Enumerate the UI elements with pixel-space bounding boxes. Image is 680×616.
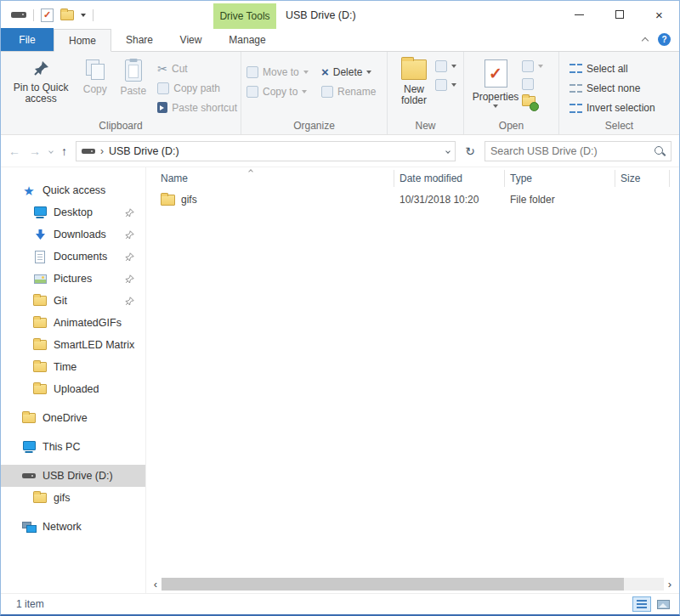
up-button[interactable]: ↑: [61, 145, 67, 157]
thumbnails-view-button[interactable]: [654, 596, 672, 612]
sidebar-item-time[interactable]: Time: [1, 356, 145, 378]
drive-icon: [22, 473, 36, 478]
sidebar-item-git[interactable]: Git: [1, 290, 145, 312]
back-button[interactable]: ←: [8, 145, 20, 157]
breadcrumb-path[interactable]: USB Drive (D:): [109, 145, 179, 157]
sidebar-item-uploaded[interactable]: Uploaded: [1, 378, 145, 400]
paste-icon: [125, 59, 142, 82]
minimize-icon: [575, 14, 584, 15]
folder-icon: [33, 340, 47, 350]
pushpin-icon: [31, 59, 50, 78]
scroll-right-arrow-icon[interactable]: ›: [664, 578, 676, 591]
sidebar-item-onedrive[interactable]: OneDrive: [1, 407, 145, 429]
search-input[interactable]: [490, 145, 654, 157]
properties-icon: ✓: [484, 59, 507, 88]
minimize-button[interactable]: [559, 1, 599, 28]
sidebar-item-gifs[interactable]: gifs: [1, 487, 145, 509]
chevron-down-icon: [493, 105, 498, 108]
invert-selection-button[interactable]: Invert selection: [570, 99, 676, 117]
open-button[interactable]: [522, 59, 543, 73]
scrollbar-track[interactable]: [162, 578, 664, 591]
scroll-left-arrow-icon[interactable]: ‹: [150, 578, 162, 591]
maximize-icon: [615, 10, 624, 19]
rename-button[interactable]: Rename: [321, 82, 376, 101]
column-header-date-modified[interactable]: Date modified: [394, 170, 505, 187]
tab-view[interactable]: View: [167, 28, 214, 51]
help-icon[interactable]: ?: [658, 33, 671, 46]
chevron-down-icon: [538, 65, 543, 68]
delete-button[interactable]: × Delete: [321, 62, 376, 82]
open-icon: [522, 60, 534, 72]
address-box[interactable]: › USB Drive (D:): [76, 141, 456, 161]
select-none-icon: [570, 82, 582, 94]
paste-shortcut-button[interactable]: Paste shortcut: [157, 98, 237, 117]
maximize-button[interactable]: [599, 1, 639, 28]
history-button[interactable]: [522, 95, 543, 109]
properties-button[interactable]: ✓ Properties: [469, 56, 522, 117]
folder-icon: [33, 296, 47, 306]
edit-button[interactable]: [522, 77, 543, 91]
select-none-button[interactable]: Select none: [570, 79, 676, 97]
drive-tools-context-tab[interactable]: Drive Tools: [213, 3, 276, 29]
sidebar-item-animatedgifs[interactable]: AnimatedGIFs: [1, 312, 145, 334]
column-header-type[interactable]: Type: [505, 170, 615, 187]
sidebar-item-usb-drive[interactable]: USB Drive (D:): [1, 465, 145, 487]
address-dropdown-chevron-icon[interactable]: [445, 149, 450, 154]
pictures-icon: [34, 274, 47, 284]
copy-path-button[interactable]: Copy path: [157, 79, 237, 99]
forward-button[interactable]: →: [29, 145, 41, 157]
recent-locations-chevron-icon[interactable]: [48, 149, 54, 154]
close-button[interactable]: ×: [639, 1, 679, 28]
sort-ascending-icon: [248, 169, 253, 174]
separator: [33, 9, 34, 21]
new-item-button[interactable]: [435, 59, 456, 73]
minimize-ribbon-icon[interactable]: [642, 37, 649, 44]
details-view-button[interactable]: [632, 596, 651, 612]
folder-icon: [161, 195, 175, 206]
properties-qat-icon[interactable]: ✓: [41, 8, 54, 22]
copy-button[interactable]: Copy: [76, 56, 114, 117]
table-row[interactable]: gifs 10/31/2018 10:20 File folder: [146, 189, 679, 210]
separator: [93, 9, 94, 21]
cut-button[interactable]: ✂ Cut: [157, 59, 237, 79]
copy-icon: [86, 59, 105, 80]
folder-icon: [33, 493, 47, 503]
column-header-name[interactable]: Name: [146, 170, 394, 187]
tab-home[interactable]: Home: [54, 29, 111, 52]
sidebar-item-downloads[interactable]: Downloads: [1, 223, 145, 246]
sidebar-item-smartled-matrix[interactable]: SmartLED Matrix: [1, 334, 145, 356]
chevron-down-icon: [451, 65, 456, 68]
edit-icon: [522, 78, 534, 90]
select-all-icon: [570, 62, 582, 75]
move-to-button[interactable]: Move to: [246, 62, 318, 82]
select-all-button[interactable]: Select all: [570, 59, 676, 77]
column-header-size[interactable]: Size: [615, 170, 670, 187]
group-label-open: Open: [464, 120, 558, 132]
search-icon[interactable]: [654, 145, 666, 157]
refresh-button[interactable]: ↻: [461, 141, 479, 161]
sidebar-item-quick-access[interactable]: ★ Quick access: [1, 179, 145, 201]
view-toggle-buttons: [632, 596, 672, 612]
tab-share[interactable]: Share: [111, 28, 167, 51]
tab-manage[interactable]: Manage: [214, 28, 280, 51]
scrollbar-thumb[interactable]: [162, 578, 624, 591]
copy-to-button[interactable]: Copy to: [246, 82, 318, 101]
status-bar: 1 item: [1, 593, 679, 614]
sidebar-item-desktop[interactable]: Desktop: [1, 201, 145, 223]
tab-file[interactable]: File: [1, 28, 54, 51]
new-folder-qat-icon[interactable]: [60, 10, 74, 20]
ribbon-group-clipboard: Pin to Quick access Copy Paste ✂ Cut Cop…: [1, 52, 241, 134]
sidebar-item-documents[interactable]: Documents: [1, 246, 145, 268]
pin-to-quick-access-button[interactable]: Pin to Quick access: [6, 56, 76, 117]
pin-icon: [125, 274, 134, 284]
sidebar-item-pictures[interactable]: Pictures: [1, 268, 145, 290]
download-icon: [35, 229, 46, 240]
new-folder-button[interactable]: New folder: [393, 56, 435, 117]
pin-icon: [125, 297, 134, 306]
sidebar-item-network[interactable]: Network: [1, 516, 145, 538]
easy-access-button[interactable]: [435, 78, 456, 92]
customize-qat-chevron-icon[interactable]: [81, 14, 86, 17]
new-item-icon: [435, 60, 447, 72]
sidebar-item-this-pc[interactable]: This PC: [1, 436, 145, 458]
paste-button[interactable]: Paste: [114, 56, 152, 117]
